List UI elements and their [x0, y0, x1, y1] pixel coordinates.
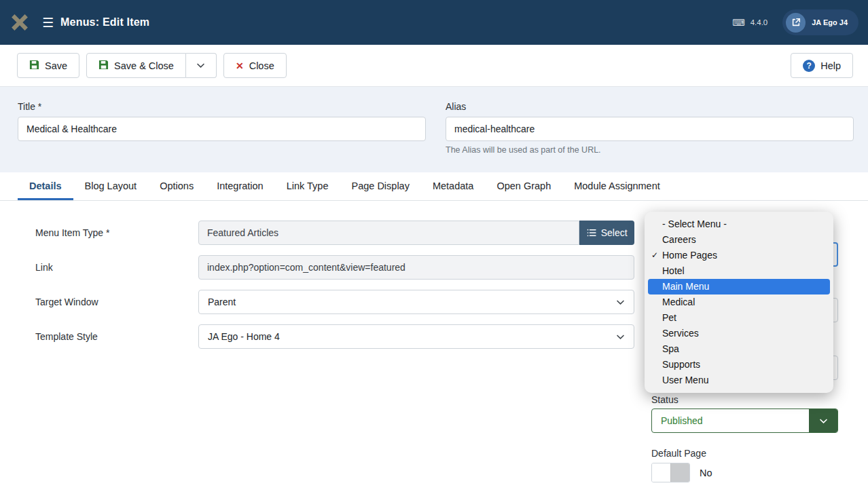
target-window-label: Target Window: [35, 297, 198, 307]
list-icon: [587, 229, 596, 237]
toolbar: Save Save & Close ✕ Close ? Help: [0, 45, 868, 87]
tab-page-display[interactable]: Page Display: [340, 172, 420, 200]
close-icon: ✕: [236, 60, 244, 71]
target-window-value: Parent: [208, 297, 236, 307]
link-input: [198, 255, 634, 280]
chevron-down-icon: [616, 298, 625, 307]
x-logo-icon: [11, 14, 29, 31]
menu-option-home-pages[interactable]: ✓Home Pages: [648, 248, 830, 263]
help-button[interactable]: ? Help: [791, 53, 853, 78]
tab-module-assignment[interactable]: Module Assignment: [562, 172, 672, 200]
default-page-value: No: [700, 468, 712, 478]
default-page-toggle[interactable]: [651, 463, 690, 482]
tab-link-type[interactable]: Link Type: [275, 172, 340, 200]
page: ☰ Menus: Edit Item ⌨ 4.4.0 JA Ego J4 Sav…: [0, 0, 868, 494]
menu-list-icon[interactable]: ☰: [42, 15, 54, 31]
menu-item-type-input: [198, 221, 579, 245]
menu-option-careers[interactable]: Careers: [648, 232, 830, 248]
tab-blog-layout[interactable]: Blog Layout: [73, 172, 149, 200]
admin-header: ☰ Menus: Edit Item ⌨ 4.4.0 JA Ego J4: [0, 0, 868, 45]
alias-input[interactable]: [446, 117, 854, 141]
status-label: Status: [651, 394, 679, 405]
menu-dropdown: - Select Menu - Careers ✓Home Pages Hote…: [645, 212, 833, 393]
save-close-group: Save & Close: [86, 53, 217, 78]
status-select[interactable]: Published: [651, 408, 838, 433]
chevron-down-icon: [616, 332, 625, 341]
template-style-value: JA Ego - Home 4: [208, 331, 280, 342]
link-control: [198, 255, 634, 280]
tab-bar: Details Blog Layout Options Integration …: [0, 172, 868, 201]
menu-option-medical[interactable]: Medical: [648, 294, 830, 310]
default-page-row: No: [651, 463, 712, 482]
status-chevron-down-icon[interactable]: [809, 408, 837, 433]
title-label: Title *: [18, 101, 426, 112]
save-and-close-label: Save & Close: [114, 60, 174, 71]
save-button[interactable]: Save: [17, 53, 79, 78]
menu-option-supports[interactable]: Supports: [648, 357, 830, 373]
menu-item-type-control: Select: [198, 221, 634, 245]
external-link-icon: [786, 13, 806, 33]
help-icon: ?: [803, 60, 815, 72]
menu-option-services[interactable]: Services: [648, 326, 830, 341]
menu-option-select-menu[interactable]: - Select Menu -: [648, 216, 830, 232]
menu-option-spa[interactable]: Spa: [648, 341, 830, 357]
target-window-control: Parent: [198, 290, 634, 314]
check-icon: ✓: [651, 248, 658, 263]
save-icon: [98, 60, 109, 72]
tab-integration[interactable]: Integration: [205, 172, 275, 200]
title-field: Title *: [18, 101, 426, 155]
keyboard-icon[interactable]: ⌨: [732, 18, 745, 28]
version-label: 4.4.0: [751, 18, 768, 26]
title-input[interactable]: [18, 117, 426, 141]
user-menu-pill[interactable]: JA Ego J4: [782, 10, 858, 35]
template-style-label: Template Style: [35, 331, 198, 342]
link-label: Link: [35, 262, 198, 273]
save-icon: [29, 60, 39, 72]
toggle-off-half: [670, 463, 689, 482]
template-style-select[interactable]: JA Ego - Home 4: [198, 324, 634, 349]
save-options-dropdown-toggle[interactable]: [186, 53, 217, 78]
tab-details[interactable]: Details: [18, 172, 73, 200]
menu-option-pet[interactable]: Pet: [648, 310, 830, 326]
details-tab-content: Menu Item Type * Select Link Target Wind…: [0, 201, 868, 493]
status-value: Published: [652, 415, 809, 426]
close-button[interactable]: ✕ Close: [223, 53, 287, 78]
menu-option-user-menu[interactable]: User Menu: [648, 373, 830, 388]
help-button-label: Help: [820, 60, 841, 71]
menu-option-hotel[interactable]: Hotel: [648, 263, 830, 279]
template-style-control: JA Ego - Home 4: [198, 324, 634, 349]
alias-label: Alias: [446, 101, 854, 112]
alias-help-text: The Alias will be used as part of the UR…: [446, 145, 854, 155]
toggle-on-half: [652, 463, 670, 482]
save-and-close-button[interactable]: Save & Close: [86, 53, 186, 78]
tab-open-graph[interactable]: Open Graph: [485, 172, 562, 200]
chevron-down-icon: [196, 61, 205, 70]
page-title: Menus: Edit Item: [60, 16, 149, 28]
select-menu-item-type-button[interactable]: Select: [579, 221, 634, 245]
default-page-label: Default Page: [651, 448, 706, 459]
close-button-label: Close: [249, 60, 274, 71]
menu-option-main-menu[interactable]: Main Menu: [648, 279, 830, 294]
title-alias-row: Title * Alias The Alias will be used as …: [0, 87, 868, 155]
select-button-label: Select: [601, 227, 628, 238]
brand-logo[interactable]: [7, 10, 33, 35]
tab-metadata[interactable]: Metadata: [421, 172, 485, 200]
target-window-select[interactable]: Parent: [198, 290, 634, 314]
menu-item-type-label: Menu Item Type *: [35, 227, 198, 238]
tab-options[interactable]: Options: [148, 172, 205, 200]
user-pill-label: JA Ego J4: [812, 18, 848, 26]
save-button-label: Save: [45, 60, 67, 71]
header-right: ⌨ 4.4.0 JA Ego J4: [732, 10, 858, 35]
alias-field: Alias The Alias will be used as part of …: [446, 101, 854, 155]
edit-item-card: Details Blog Layout Options Integration …: [0, 172, 868, 494]
